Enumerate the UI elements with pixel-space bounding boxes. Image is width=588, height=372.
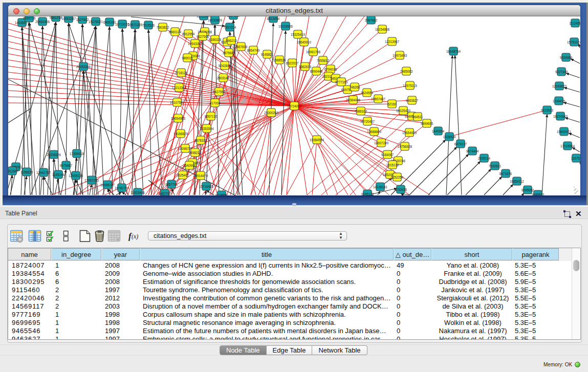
- svg-text:8990448: 8990448: [310, 70, 323, 73]
- svg-text:10688609: 10688609: [367, 130, 382, 134]
- svg-text:1540998: 1540998: [183, 164, 196, 167]
- svg-text:(x): (x): [132, 233, 138, 240]
- svg-text:1362615: 1362615: [299, 65, 312, 69]
- svg-text:8322037: 8322037: [286, 61, 299, 65]
- svg-text:12213967: 12213967: [385, 40, 400, 43]
- svg-text:16961758: 16961758: [306, 50, 321, 54]
- svg-text:9245123: 9245123: [361, 192, 374, 196]
- svg-text:10671355: 10671355: [128, 23, 143, 27]
- svg-text:8454749: 8454749: [247, 49, 260, 52]
- svg-text:9474444: 9474444: [466, 149, 479, 153]
- svg-text:8813054: 8813054: [267, 17, 280, 20]
- svg-text:8128556: 8128556: [215, 193, 228, 196]
- svg-text:20691406: 20691406: [35, 20, 50, 24]
- svg-text:19384554: 19384554: [310, 138, 324, 142]
- svg-text:10046728: 10046728: [178, 147, 193, 150]
- svg-text:10653287: 10653287: [61, 17, 76, 20]
- svg-text:18607249: 18607249: [374, 141, 389, 145]
- svg-text:17359918: 17359918: [70, 152, 84, 156]
- svg-text:2718126: 2718126: [175, 71, 188, 75]
- svg-text:9242848: 9242848: [219, 64, 231, 68]
- svg-text:11353594: 11353594: [200, 127, 214, 130]
- svg-text:8660124: 8660124: [169, 30, 182, 34]
- svg-text:6794028: 6794028: [324, 68, 337, 71]
- svg-text:25300263: 25300263: [264, 111, 279, 115]
- svg-text:14136141: 14136141: [373, 185, 388, 189]
- svg-text:18724007: 18724007: [287, 104, 302, 108]
- svg-text:10543362: 10543362: [188, 42, 203, 46]
- svg-text:3911547: 3911547: [8, 169, 19, 173]
- svg-text:12942757: 12942757: [36, 171, 51, 174]
- svg-text:10958107: 10958107: [100, 183, 115, 187]
- svg-text:116753: 116753: [571, 157, 580, 160]
- svg-text:9463627: 9463627: [406, 99, 419, 102]
- svg-text:7357224: 7357224: [224, 26, 236, 29]
- svg-text:9777169: 9777169: [335, 80, 348, 84]
- svg-text:12905135: 12905135: [69, 174, 83, 178]
- svg-text:1615132: 1615132: [386, 163, 399, 167]
- svg-text:9184067: 9184067: [381, 153, 394, 157]
- svg-text:15751074: 15751074: [567, 40, 580, 44]
- svg-text:7632621: 7632621: [489, 164, 502, 168]
- svg-text:10973493: 10973493: [393, 54, 407, 57]
- svg-text:16033809: 16033809: [208, 18, 223, 22]
- svg-text:16933809: 16933809: [197, 16, 211, 18]
- svg-text:19756928: 19756928: [398, 145, 412, 148]
- svg-text:989015: 989015: [182, 56, 193, 60]
- svg-text:7515526: 7515526: [142, 24, 155, 27]
- svg-text:1244415: 1244415: [553, 99, 565, 103]
- svg-text:9227349: 9227349: [555, 70, 568, 74]
- svg-text:10807487: 10807487: [371, 97, 386, 101]
- svg-text:9561234: 9561234: [50, 16, 62, 19]
- svg-text:8878332: 8878332: [194, 139, 207, 142]
- svg-text:12975115: 12975115: [403, 84, 417, 87]
- svg-text:1145194: 1145194: [52, 173, 65, 177]
- svg-text:9899695: 9899695: [421, 122, 433, 125]
- svg-text:9146821: 9146821: [261, 53, 274, 56]
- svg-text:746266: 746266: [349, 85, 360, 89]
- svg-text:18640910: 18640910: [297, 40, 312, 44]
- svg-text:9245653: 9245653: [532, 193, 545, 196]
- svg-text:8912954: 8912954: [182, 32, 195, 36]
- svg-text:546213: 546213: [226, 39, 237, 42]
- svg-text:10654112: 10654112: [510, 180, 524, 183]
- svg-text:17016504: 17016504: [560, 144, 575, 148]
- svg-text:2867608: 2867608: [235, 45, 248, 49]
- svg-text:2803144: 2803144: [217, 76, 230, 80]
- svg-text:7625402: 7625402: [177, 173, 189, 177]
- svg-text:20206526: 20206526: [47, 153, 61, 157]
- svg-text:7485063: 7485063: [400, 70, 413, 73]
- svg-text:6466160: 6466160: [103, 20, 116, 24]
- svg-text:1588520: 1588520: [273, 58, 286, 62]
- svg-text:19166829: 19166829: [173, 132, 188, 136]
- svg-text:20053346: 20053346: [76, 65, 91, 69]
- svg-text:16648764: 16648764: [446, 50, 461, 53]
- svg-text:20364436: 20364436: [346, 98, 361, 102]
- svg-text:19654983: 19654983: [171, 117, 186, 120]
- svg-text:9857792: 9857792: [159, 192, 171, 195]
- svg-text:10025433: 10025433: [396, 109, 411, 113]
- svg-text:9329966: 9329966: [560, 56, 573, 59]
- svg-text:1156829: 1156829: [20, 170, 33, 174]
- svg-text:1527602: 1527602: [76, 18, 89, 21]
- svg-text:7955812: 7955812: [317, 59, 330, 62]
- svg-text:8357220: 8357220: [227, 16, 240, 17]
- svg-text:964511: 964511: [412, 115, 423, 119]
- svg-text:19654923: 19654923: [402, 131, 417, 135]
- svg-text:15325419: 15325419: [291, 33, 306, 36]
- svg-text:1733426: 1733426: [395, 188, 407, 191]
- svg-text:16154808: 16154808: [375, 28, 390, 31]
- svg-text:17957255: 17957255: [84, 179, 99, 182]
- svg-text:16914479: 16914479: [193, 174, 208, 178]
- svg-text:9498222: 9498222: [189, 151, 202, 155]
- svg-text:9327506: 9327506: [197, 35, 209, 38]
- svg-text:8471676: 8471676: [499, 172, 512, 176]
- svg-text:8427552: 8427552: [213, 90, 226, 94]
- svg-text:62160: 62160: [387, 102, 397, 106]
- svg-text:15716485: 15716485: [199, 185, 214, 188]
- svg-text:19218506: 19218506: [278, 25, 293, 28]
- svg-text:9857791: 9857791: [165, 183, 178, 186]
- svg-text:2087682: 2087682: [365, 18, 378, 22]
- svg-text:9245652: 9245652: [521, 188, 534, 192]
- svg-text:7663822: 7663822: [157, 26, 169, 29]
